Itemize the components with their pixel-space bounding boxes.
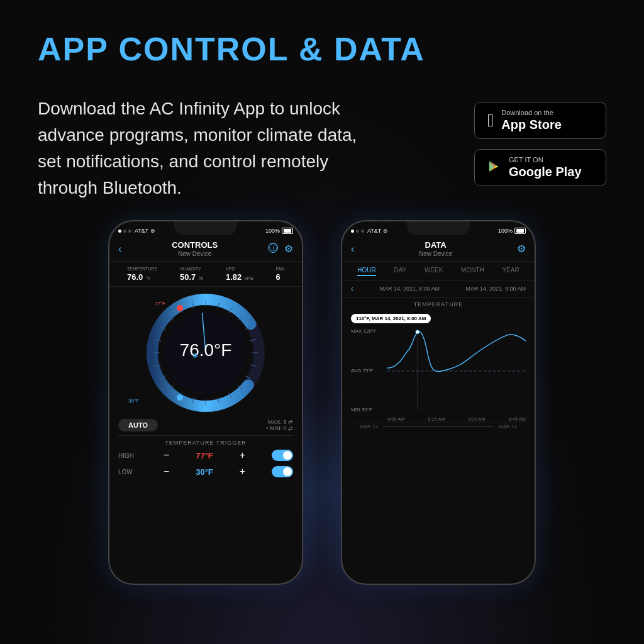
svg-point-37 [416, 330, 419, 334]
svg-text:76.0°F: 76.0°F [180, 340, 232, 360]
tab-hour[interactable]: HOUR [357, 265, 375, 276]
signal-dot-3 [128, 230, 131, 233]
auto-button[interactable]: AUTO [118, 419, 158, 431]
data-screen: AT&T ⊜ 4:48PM 100% ‹ DATA [342, 221, 535, 584]
date-nav-back[interactable]: ‹ [351, 284, 353, 293]
tab-week[interactable]: WEEK [425, 265, 443, 276]
wifi-icon-controls: ⊜ [150, 228, 155, 234]
date-start: MAR 14, 2021, 8:00 AM [379, 286, 440, 292]
data-nav: ‹ DATA New Device ⚙ [342, 238, 535, 262]
controls-nav-right: ⓘ ⚙ [268, 243, 293, 255]
back-icon-controls[interactable]: ‹ [118, 243, 121, 255]
data-screen-title: DATA [419, 240, 452, 250]
low-trigger-value: 30°F [196, 467, 213, 477]
phone-controls: AT&T ⊜ 4:48PM 100% ‹ CONTROLS [108, 220, 303, 585]
status-right-controls: 100% [265, 228, 293, 234]
tab-month[interactable]: MONTH [461, 265, 484, 276]
low-trigger-plus[interactable]: + [240, 466, 245, 477]
google-play-icon [487, 158, 501, 178]
auto-row: AUTO MAX: 6 ⇌ • MIN: 0 ⇌ [118, 419, 293, 431]
page-wrapper: APP CONTROL & DATA Download the AC Infin… [0, 0, 644, 644]
vpd-label: VPD [226, 267, 253, 271]
vpd-value-row: 1.82 kPa [226, 271, 253, 282]
vpd-unit: kPa [245, 275, 253, 281]
fan-label: FAN [275, 267, 284, 271]
signal-dot-2 [123, 230, 126, 233]
x-label-3: 8:30 AM [468, 416, 486, 422]
chart-tooltip: 110°F, MAR 14, 2021, 8:00 AM [351, 314, 431, 323]
chart-area: MAX 120°F AVG 75°F MIN 30°F [351, 327, 526, 422]
controls-device-name: New Device [172, 250, 218, 257]
low-trigger-minus[interactable]: − [164, 466, 169, 477]
signal-dot-1 [118, 230, 121, 233]
metric-vpd: VPD 1.82 kPa [226, 267, 253, 282]
battery-icon-data [514, 228, 526, 234]
data-title-block: DATA New Device [419, 240, 452, 257]
temp-value: 76.0 [127, 272, 143, 282]
phone-data: AT&T ⊜ 4:48PM 100% ‹ DATA [341, 220, 536, 585]
phone-notch-data [407, 221, 470, 235]
y-label-max: MAX 120°F [351, 328, 387, 334]
description-text: Download the AC Infinity App to unlock a… [38, 96, 365, 201]
controls-title-block: CONTROLS New Device [172, 240, 218, 257]
high-trigger-toggle[interactable] [272, 450, 293, 461]
mar-start: MAR 14 [360, 424, 378, 430]
tab-day[interactable]: DAY [394, 265, 406, 276]
trigger-title: TEMPERATURE TRIGGER [118, 440, 293, 446]
max-label: MAX: 6 ⇌ [266, 419, 293, 425]
battery-fill-data [516, 229, 524, 233]
controls-nav: ‹ CONTROLS New Device ⓘ ⚙ [109, 238, 302, 262]
chart-section: TEMPERATURE 110°F, MAR 14, 2021, 8:00 AM… [342, 297, 535, 431]
metrics-row: TEMPERTURE 76.0 °F HUMIDITY 50.7 % [109, 262, 302, 287]
app-store-large-text: App Store [501, 117, 562, 132]
low-trigger-label: LOW [118, 469, 137, 475]
settings-icon-controls[interactable]: ⚙ [284, 243, 293, 255]
date-end: MAR 14, 2021, 9:00 AM [465, 286, 526, 292]
humidity-value-row: 50.7 % [180, 271, 203, 282]
apple-icon:  [487, 111, 494, 131]
controls-screen-title: CONTROLS [172, 240, 218, 250]
tab-year[interactable]: YEAR [502, 265, 519, 276]
temp-label: TEMPERTURE [127, 267, 157, 271]
mar-end: MAR 14 [499, 424, 517, 430]
google-play-text: GET IT ON Google Play [509, 156, 582, 179]
y-label-min: MIN 30°F [351, 407, 387, 413]
metric-temperature: TEMPERTURE 76.0 °F [127, 267, 157, 282]
x-label-1: 8:00 AM [387, 416, 405, 422]
chart-plot [387, 327, 526, 414]
low-trigger-row: LOW − 30°F + [118, 466, 293, 477]
tab-row: HOUR DAY WEEK MONTH YEAR [342, 262, 535, 280]
fan-value: 6 [275, 272, 280, 282]
google-play-button[interactable]: GET IT ON Google Play [474, 149, 606, 186]
carrier-controls: AT&T [135, 228, 148, 234]
humidity-unit: % [199, 275, 203, 281]
x-label-2: 8:15 AM [428, 416, 445, 422]
battery-icon-controls [282, 228, 293, 234]
mar-divider [383, 426, 494, 427]
humidity-label: HUMIDITY [180, 267, 203, 271]
x-axis-labels: 8:00 AM 8:15 AM 8:30 AM 8:45 AM [351, 414, 526, 422]
carrier-data: AT&T [367, 228, 381, 234]
fan-value-row: 6 [275, 271, 284, 282]
app-store-button[interactable]:  Download on the App Store [474, 102, 606, 139]
dial-svg: 76.0°F ❆ [146, 293, 265, 413]
high-trigger-plus[interactable]: + [240, 450, 245, 461]
data-device-name: New Device [419, 250, 452, 257]
y-label-avg: AVG 75°F [351, 368, 387, 374]
low-trigger-toggle[interactable] [272, 466, 293, 477]
settings-icon-data[interactable]: ⚙ [517, 243, 526, 255]
battery-text-data: 100% [498, 228, 513, 234]
dial-container: 76.0°F ❆ 77°F 30°F [109, 287, 302, 416]
chart-svg [387, 327, 526, 414]
phones-section: AT&T ⊜ 4:48PM 100% ‹ CONTROLS [0, 201, 644, 585]
info-icon[interactable]: ⓘ [268, 243, 278, 253]
svg-text:❆: ❆ [192, 352, 197, 359]
store-buttons:  Download on the App Store [474, 102, 606, 186]
back-icon-data[interactable]: ‹ [351, 243, 354, 255]
app-store-text: Download on the App Store [501, 109, 562, 132]
max-min-display: MAX: 6 ⇌ • MIN: 0 ⇌ [266, 419, 293, 431]
high-trigger-minus[interactable]: − [164, 450, 169, 461]
x-label-4: 8:45 AM [508, 416, 526, 422]
mar-row: MAR 14 MAR 14 [351, 422, 526, 431]
signal-dot-d3 [361, 230, 364, 233]
